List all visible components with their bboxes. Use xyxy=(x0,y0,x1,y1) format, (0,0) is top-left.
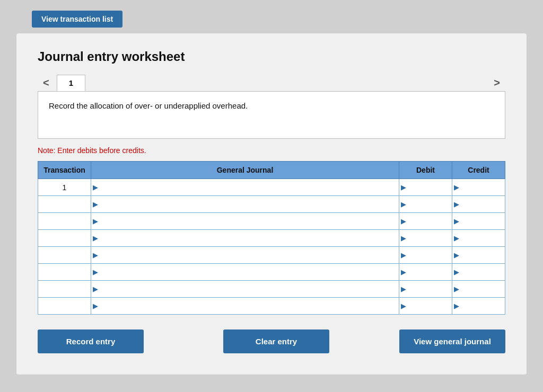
next-tab-button[interactable]: > xyxy=(488,75,505,91)
debit-arrow-icon-1: ▶ xyxy=(399,200,408,208)
credit-input-6[interactable] xyxy=(461,281,505,297)
cell-debit-3[interactable]: ▶ xyxy=(399,230,452,247)
debit-arrow-icon-5: ▶ xyxy=(399,268,408,276)
cell-journal-5[interactable]: ▶ xyxy=(91,264,399,281)
cell-credit-7[interactable]: ▶ xyxy=(452,298,505,315)
journal-input-0[interactable] xyxy=(100,179,399,195)
tab-1[interactable]: 1 xyxy=(57,75,85,91)
cell-journal-2[interactable]: ▶ xyxy=(91,213,399,230)
note-text: Note: Enter debits before credits. xyxy=(38,146,505,155)
debit-arrow-icon-7: ▶ xyxy=(399,302,408,310)
credit-arrow-icon-1: ▶ xyxy=(452,200,461,208)
cell-credit-0[interactable]: ▶ xyxy=(452,179,505,196)
page-title: Journal entry worksheet xyxy=(38,49,505,64)
col-header-transaction: Transaction xyxy=(38,162,91,179)
journal-arrow-icon-7: ▶ xyxy=(91,302,100,310)
debit-arrow-icon-2: ▶ xyxy=(399,217,408,225)
cell-credit-4[interactable]: ▶ xyxy=(452,247,505,264)
action-buttons-row: Record entry Clear entry View general jo… xyxy=(38,329,505,353)
journal-input-5[interactable] xyxy=(100,264,399,280)
journal-table: Transaction General Journal Debit Credit… xyxy=(38,161,505,315)
journal-arrow-icon-2: ▶ xyxy=(91,217,100,225)
col-header-debit: Debit xyxy=(399,162,452,179)
table-row: ▶▶▶ xyxy=(38,247,505,264)
journal-arrow-icon-3: ▶ xyxy=(91,234,100,242)
cell-debit-6[interactable]: ▶ xyxy=(399,281,452,298)
credit-arrow-icon-5: ▶ xyxy=(452,268,461,276)
credit-arrow-icon-3: ▶ xyxy=(452,234,461,242)
journal-input-4[interactable] xyxy=(100,247,399,263)
table-row: ▶▶▶ xyxy=(38,196,505,213)
cell-transaction-2 xyxy=(38,213,91,230)
table-row: ▶▶▶ xyxy=(38,281,505,298)
journal-input-2[interactable] xyxy=(100,213,399,229)
journal-input-3[interactable] xyxy=(100,230,399,246)
instruction-box: Record the allocation of over- or undera… xyxy=(38,91,505,139)
cell-credit-5[interactable]: ▶ xyxy=(452,264,505,281)
journal-arrow-icon-6: ▶ xyxy=(91,285,100,293)
journal-arrow-icon-4: ▶ xyxy=(91,251,100,259)
debit-arrow-icon-3: ▶ xyxy=(399,234,408,242)
credit-input-2[interactable] xyxy=(461,213,505,229)
cell-debit-7[interactable]: ▶ xyxy=(399,298,452,315)
journal-input-1[interactable] xyxy=(100,196,399,212)
view-transaction-list-button[interactable]: View transaction list xyxy=(32,11,122,28)
cell-transaction-5 xyxy=(38,264,91,281)
credit-input-1[interactable] xyxy=(461,196,505,212)
debit-arrow-icon-4: ▶ xyxy=(399,251,408,259)
cell-journal-6[interactable]: ▶ xyxy=(91,281,399,298)
credit-arrow-icon-4: ▶ xyxy=(452,251,461,259)
credit-input-4[interactable] xyxy=(461,247,505,263)
cell-transaction-6 xyxy=(38,281,91,298)
table-row: ▶▶▶ xyxy=(38,298,505,315)
record-entry-button[interactable]: Record entry xyxy=(38,329,144,353)
page-wrapper: View transaction list Journal entry work… xyxy=(0,0,543,392)
col-header-credit: Credit xyxy=(452,162,505,179)
prev-tab-button[interactable]: < xyxy=(38,75,55,91)
cell-journal-3[interactable]: ▶ xyxy=(91,230,399,247)
table-row: ▶▶▶ xyxy=(38,230,505,247)
cell-transaction-3 xyxy=(38,230,91,247)
credit-input-0[interactable] xyxy=(461,179,505,195)
cell-transaction-4 xyxy=(38,247,91,264)
cell-credit-1[interactable]: ▶ xyxy=(452,196,505,213)
cell-credit-3[interactable]: ▶ xyxy=(452,230,505,247)
view-general-journal-button[interactable]: View general journal xyxy=(399,329,505,353)
debit-input-6[interactable] xyxy=(408,281,452,297)
cell-journal-0[interactable]: ▶ xyxy=(91,179,399,196)
debit-input-4[interactable] xyxy=(408,247,452,263)
clear-entry-button[interactable]: Clear entry xyxy=(223,329,329,353)
debit-input-5[interactable] xyxy=(408,264,452,280)
credit-arrow-icon-6: ▶ xyxy=(452,285,461,293)
credit-input-3[interactable] xyxy=(461,230,505,246)
debit-input-7[interactable] xyxy=(408,298,452,314)
debit-input-3[interactable] xyxy=(408,230,452,246)
journal-arrow-icon-1: ▶ xyxy=(91,200,100,208)
cell-journal-1[interactable]: ▶ xyxy=(91,196,399,213)
debit-input-1[interactable] xyxy=(408,196,452,212)
cell-debit-1[interactable]: ▶ xyxy=(399,196,452,213)
cell-debit-0[interactable]: ▶ xyxy=(399,179,452,196)
journal-arrow-icon-0: ▶ xyxy=(91,183,100,191)
credit-input-5[interactable] xyxy=(461,264,505,280)
debit-arrow-icon-0: ▶ xyxy=(399,183,408,191)
credit-arrow-icon-0: ▶ xyxy=(452,183,461,191)
cell-credit-2[interactable]: ▶ xyxy=(452,213,505,230)
cell-debit-5[interactable]: ▶ xyxy=(399,264,452,281)
cell-journal-4[interactable]: ▶ xyxy=(91,247,399,264)
col-header-general-journal: General Journal xyxy=(91,162,399,179)
journal-arrow-icon-5: ▶ xyxy=(91,268,100,276)
tab-navigation: < 1 > xyxy=(38,75,505,91)
debit-input-2[interactable] xyxy=(408,213,452,229)
debit-input-0[interactable] xyxy=(408,179,452,195)
cell-debit-4[interactable]: ▶ xyxy=(399,247,452,264)
debit-arrow-icon-6: ▶ xyxy=(399,285,408,293)
cell-transaction-1 xyxy=(38,196,91,213)
cell-journal-7[interactable]: ▶ xyxy=(91,298,399,315)
table-row: ▶▶▶ xyxy=(38,213,505,230)
cell-debit-2[interactable]: ▶ xyxy=(399,213,452,230)
journal-input-7[interactable] xyxy=(100,298,399,314)
journal-input-6[interactable] xyxy=(100,281,399,297)
credit-input-7[interactable] xyxy=(461,298,505,314)
cell-credit-6[interactable]: ▶ xyxy=(452,281,505,298)
